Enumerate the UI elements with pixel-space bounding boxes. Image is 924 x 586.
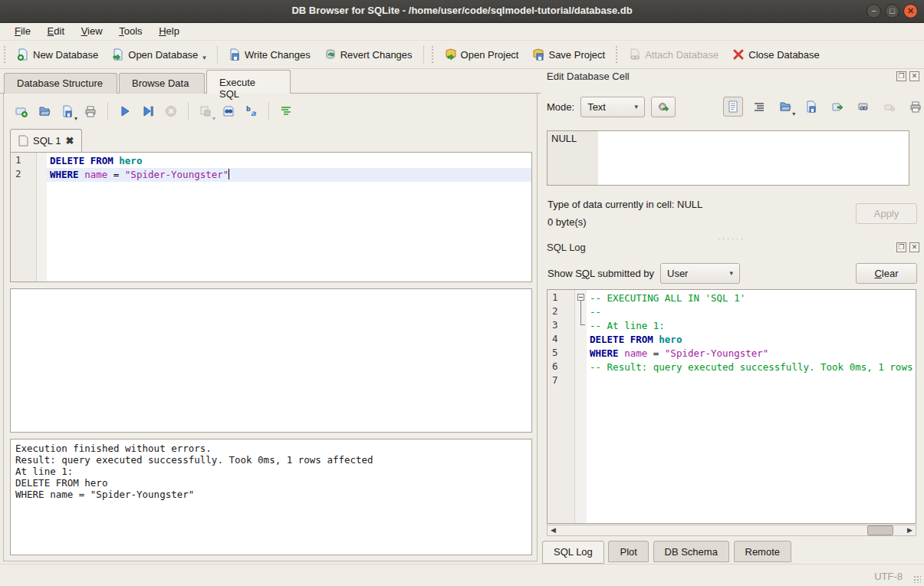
open-sql-file-menu-button[interactable]: ▾ <box>58 101 77 121</box>
copy-link-button[interactable] <box>853 97 873 117</box>
mode-select[interactable]: Text ▾ <box>580 97 645 117</box>
save-results-icon <box>199 105 212 117</box>
attach-database-button: Attach Database <box>622 44 725 64</box>
print-cell-button[interactable] <box>906 97 924 117</box>
revert-changes-button[interactable]: Revert Changes <box>317 44 419 64</box>
scroll-left-icon[interactable]: ◀ <box>547 525 559 535</box>
log-fold-margin[interactable] <box>575 290 587 523</box>
close-sql-tab-icon[interactable]: ✖ <box>65 135 74 146</box>
fold-collapse-icon[interactable] <box>577 294 584 301</box>
close-icon[interactable]: ✕ <box>909 242 919 252</box>
tab-remote[interactable]: Remote <box>734 541 792 562</box>
import-cell-data-button[interactable]: ▾ <box>775 97 795 117</box>
export-cell-data-button[interactable] <box>801 97 821 117</box>
close-icon[interactable]: ✕ <box>909 71 919 81</box>
save-project-button[interactable]: Save Project <box>525 44 612 64</box>
execute-line-button[interactable] <box>138 101 158 121</box>
editor-line: DELETE FROM hero <box>47 154 531 168</box>
tab-browse-data[interactable]: Browse Data <box>119 73 205 94</box>
dock-splitter[interactable]: ······ <box>547 232 916 236</box>
word-wrap-icon <box>753 100 765 113</box>
window-title: DB Browser for SQLite - /home/user/code/… <box>0 5 924 16</box>
float-icon[interactable]: ❐ <box>896 71 906 81</box>
apply-cell-icon <box>657 100 669 113</box>
cell-word-wrap-button[interactable] <box>749 97 769 117</box>
sql-log-filter-row: Show SQL submitted by User ▾ <box>547 262 740 285</box>
db-browser-window: DB Browser for SQLite - /home/user/code/… <box>0 0 924 586</box>
open-database-icon <box>112 48 124 61</box>
apply-button: Apply <box>856 203 917 224</box>
clear-log-button[interactable]: Clear <box>856 263 917 284</box>
log-line-numbers: 1 2 3 4 5 6 7 <box>547 290 575 523</box>
minimize-icon[interactable]: − <box>866 4 881 18</box>
status-bar: UTF-8 <box>0 564 924 586</box>
menu-bar: File Edit View Tools Help <box>0 23 924 41</box>
menu-edit[interactable]: Edit <box>41 23 71 40</box>
scrollbar-thumb[interactable] <box>867 525 893 535</box>
scrollbar-track[interactable] <box>559 525 904 535</box>
sql-document-tab[interactable]: SQL 1 ✖ <box>10 129 82 152</box>
dropdown-caret-icon: ▾ <box>212 115 215 122</box>
execute-sql-pane: ▾ <box>3 94 538 561</box>
sql-log-view[interactable]: 1 2 3 4 5 6 7 -- EXECUTING ALL IN 'SQL 1… <box>547 289 916 524</box>
open-database-button[interactable]: Open Database ▾ <box>105 44 213 64</box>
menu-help[interactable]: Help <box>152 23 186 40</box>
submitted-by-select[interactable]: User ▾ <box>660 263 740 284</box>
auto-format-icon: b a <box>245 105 258 117</box>
print-sql-button[interactable] <box>81 101 100 121</box>
close-icon[interactable]: ✕ <box>903 4 918 18</box>
results-grid[interactable] <box>10 288 532 433</box>
open-sql-file-icon <box>38 105 51 117</box>
menu-file[interactable]: File <box>8 23 38 40</box>
mode-label: Mode: <box>547 101 574 113</box>
sql-document-icon <box>18 135 28 146</box>
revert-changes-icon <box>324 48 337 61</box>
editor-fold-margin <box>37 153 47 281</box>
apply-cell-button[interactable] <box>651 97 676 117</box>
write-changes-button[interactable]: Write Changes <box>222 44 317 64</box>
open-project-button[interactable]: Open Project <box>438 44 526 64</box>
toolbar-grip[interactable] <box>615 45 619 64</box>
editor-results-splitter[interactable]: ······ <box>10 283 532 288</box>
menu-view[interactable]: View <box>74 23 110 40</box>
new-database-icon <box>17 48 29 61</box>
text-mode-button[interactable] <box>723 97 743 117</box>
title-bar[interactable]: DB Browser for SQLite - /home/user/code/… <box>0 0 924 23</box>
auto-format-button[interactable]: b a <box>242 101 261 121</box>
scroll-right-icon[interactable]: ▶ <box>904 525 916 535</box>
tab-execute-sql[interactable]: Execute SQL <box>206 70 291 94</box>
resize-grip[interactable] <box>913 575 921 583</box>
open-sql-file-button[interactable] <box>35 101 54 121</box>
cell-value-editor[interactable]: NULL <box>547 130 909 186</box>
find-replace-button[interactable] <box>219 101 238 121</box>
sql-editor[interactable]: 1 2 DELETE FROM hero WHERE name = "Spide… <box>10 152 532 282</box>
tab-db-schema[interactable]: DB Schema <box>653 541 729 562</box>
new-database-button[interactable]: New Database <box>10 44 105 64</box>
close-database-button[interactable]: Close Database <box>725 44 827 64</box>
save-file-icon <box>805 100 817 113</box>
cell-type-label: Type of data currently in cell: NULL <box>547 199 702 210</box>
new-sql-tab-button[interactable] <box>12 101 31 121</box>
close-database-icon <box>732 48 745 61</box>
results-message-splitter[interactable]: ······ <box>10 433 532 438</box>
editor-current-line: WHERE name = "Spider-Youngster" <box>47 168 531 182</box>
stop-icon <box>165 105 177 117</box>
tab-plot[interactable]: Plot <box>608 541 648 562</box>
execute-all-button[interactable] <box>115 101 135 121</box>
main-toolbar: New Database Open Database ▾ Write Chang… <box>0 41 924 69</box>
cell-toolbar: Mode: Text ▾ <box>547 95 924 118</box>
float-icon[interactable]: ❐ <box>896 242 906 252</box>
toolbar-grip[interactable] <box>431 45 435 64</box>
open-database-dropdown-icon[interactable]: ▾ <box>202 54 206 61</box>
log-horizontal-scrollbar[interactable]: ◀ ▶ <box>547 525 916 536</box>
tab-sql-log[interactable]: SQL Log <box>542 541 604 564</box>
tab-database-structure[interactable]: Database Structure <box>4 73 117 94</box>
open-in-external-button[interactable] <box>827 97 847 117</box>
text-mode-icon <box>727 100 739 113</box>
toolbar-grip[interactable] <box>3 45 7 64</box>
print-icon <box>909 100 922 113</box>
menu-tools[interactable]: Tools <box>112 23 149 40</box>
word-wrap-button[interactable] <box>276 101 296 121</box>
maximize-icon[interactable]: □ <box>885 4 899 18</box>
cell-size-label: 0 byte(s) <box>547 216 587 228</box>
